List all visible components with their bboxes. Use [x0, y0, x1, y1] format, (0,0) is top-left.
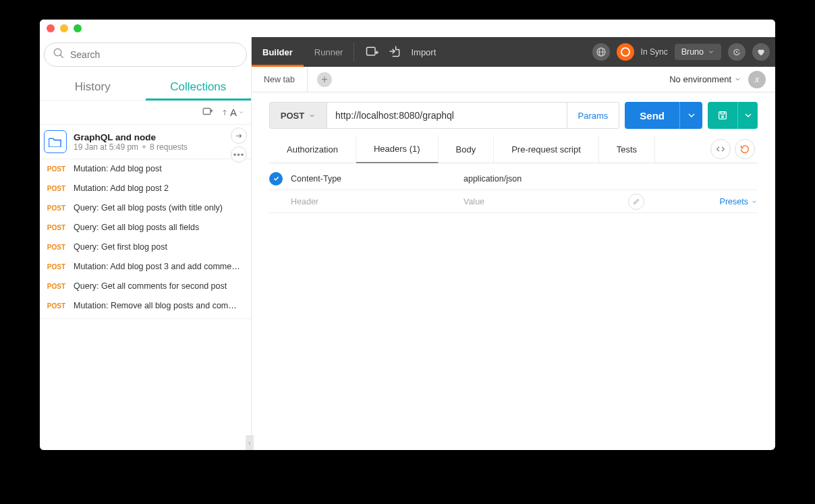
collection-meta: 19 Jan at 5:49 pm 8 requests: [74, 142, 188, 152]
request-label: Query: Get all blog posts all fields: [74, 223, 246, 232]
presets-button[interactable]: Presets: [720, 197, 758, 206]
method-badge: POST: [45, 204, 65, 212]
request-item[interactable]: POSTQuery: Get all comments for second p…: [40, 277, 251, 296]
environment-variables-button[interactable]: x: [748, 71, 766, 88]
collections-toolbar: A: [40, 101, 251, 125]
request-item[interactable]: POSTMutation: Remove all blog posts and …: [40, 296, 251, 316]
params-button[interactable]: Params: [567, 102, 620, 129]
svg-point-0: [54, 49, 61, 56]
subtab-authorization[interactable]: Authorization: [269, 136, 356, 163]
topbar: Builder Runner Import: [252, 37, 775, 67]
url-input[interactable]: [327, 102, 567, 129]
subtab-body[interactable]: Body: [439, 136, 495, 163]
request-item[interactable]: POSTQuery: Get first blog post: [40, 237, 251, 257]
bulk-edit-button[interactable]: [628, 194, 644, 210]
code-snippet-button[interactable]: [710, 139, 731, 159]
request-tab-0[interactable]: New tab: [252, 67, 308, 92]
window-zoom-button[interactable]: [74, 24, 82, 32]
request-label: Query: Get all blog posts (with title on…: [74, 203, 246, 213]
request-tabstrip: New tab + No environment x: [252, 67, 775, 92]
collection-header[interactable]: GraphQL and node 19 Jan at 5:49 pm 8 req…: [40, 125, 251, 159]
request-label: Mutation: Add blog post 3 and add comme…: [74, 262, 246, 271]
request-subtabs: Authorization Headers (1) Body Pre-reque…: [269, 136, 758, 163]
app-window: History Collections A GraphQL and n: [40, 20, 775, 450]
sidebar: History Collections A GraphQL and n: [40, 37, 252, 450]
sidebar-tabs: History Collections: [40, 74, 251, 101]
collection-title: GraphQL and node: [74, 132, 188, 142]
sidebar-collapse-handle[interactable]: ‹: [246, 435, 254, 450]
search-field[interactable]: [44, 43, 247, 67]
svg-line-1: [60, 55, 63, 58]
svg-point-14: [736, 51, 737, 53]
svg-point-17: [722, 116, 724, 118]
headers-area: Content-Type application/json Header Val…: [252, 163, 775, 217]
request-item[interactable]: POSTQuery: Get all blog posts (with titl…: [40, 198, 251, 218]
subtab-tests[interactable]: Tests: [599, 136, 655, 163]
search-input[interactable]: [70, 49, 238, 60]
method-badge: POST: [45, 165, 65, 173]
method-badge: POST: [45, 263, 65, 271]
tab-history[interactable]: History: [40, 74, 146, 100]
svg-rect-16: [721, 112, 724, 114]
save-dropdown[interactable]: [737, 102, 758, 129]
sort-button[interactable]: A: [221, 107, 244, 118]
request-label: Query: Get all comments for second post: [74, 281, 246, 291]
request-item[interactable]: POSTMutation: Add blog post 2: [40, 179, 251, 198]
header-check-icon[interactable]: [269, 172, 283, 186]
reset-button[interactable]: [735, 139, 755, 159]
header-row-0[interactable]: Content-Type application/json: [269, 167, 758, 190]
header-value[interactable]: application/json: [463, 174, 625, 184]
request-label: Mutation: Add blog post: [74, 164, 246, 173]
request-label: Mutation: Add blog post 2: [74, 184, 246, 193]
window-minimize-button[interactable]: [60, 24, 68, 32]
header-key[interactable]: Content-Type: [291, 174, 463, 184]
collection-more-button[interactable]: •••: [231, 146, 247, 163]
new-collection-icon[interactable]: [202, 105, 214, 120]
method-dropdown[interactable]: POST: [269, 102, 327, 129]
subtab-prerequest[interactable]: Pre-request script: [494, 136, 599, 163]
favorite-button[interactable]: [752, 43, 770, 61]
environment-selector[interactable]: No environment: [669, 74, 741, 84]
request-label: Query: Get first blog post: [74, 242, 246, 252]
expand-collection-button[interactable]: [231, 128, 247, 144]
method-badge: POST: [45, 244, 65, 251]
header-row-new[interactable]: Header Value Presets: [269, 190, 758, 213]
search-icon: [53, 47, 65, 62]
import-label[interactable]: Import: [411, 47, 436, 57]
method-badge: POST: [45, 185, 65, 192]
header-value-placeholder[interactable]: Value: [463, 197, 625, 206]
request-item[interactable]: POSTMutation: Add blog post 3 and add co…: [40, 257, 251, 277]
request-item[interactable]: POSTMutation: Add blog post: [40, 159, 251, 179]
import-icon[interactable]: [388, 45, 401, 60]
request-list: POSTMutation: Add blog postPOSTMutation:…: [40, 159, 251, 450]
titlebar: [40, 20, 775, 37]
tab-builder[interactable]: Builder: [252, 37, 304, 67]
request-item[interactable]: POSTQuery: Get all blog posts all fields: [40, 218, 251, 237]
send-dropdown[interactable]: [679, 102, 702, 129]
subtab-headers[interactable]: Headers (1): [356, 136, 439, 163]
main-panel: ‹ Builder Runner Import: [252, 37, 775, 450]
method-badge: POST: [45, 224, 65, 231]
tab-runner[interactable]: Runner: [304, 37, 354, 67]
send-button[interactable]: Send: [625, 102, 679, 129]
settings-button[interactable]: [728, 43, 746, 61]
sync-status-text: In Sync: [641, 47, 668, 57]
method-badge: POST: [45, 302, 65, 310]
request-row: POST Params Send: [252, 92, 775, 136]
new-request-icon[interactable]: [365, 45, 378, 60]
window-close-button[interactable]: [47, 24, 55, 32]
tab-collections[interactable]: Collections: [146, 74, 252, 100]
add-tab-button[interactable]: +: [317, 72, 332, 87]
request-label: Mutation: Remove all blog posts and com…: [74, 301, 246, 310]
header-key-placeholder[interactable]: Header: [291, 197, 463, 206]
sync-status-icon[interactable]: [617, 43, 634, 61]
save-button[interactable]: [708, 102, 737, 129]
folder-icon: [44, 130, 67, 153]
sync-globe-icon[interactable]: [592, 43, 610, 61]
svg-rect-7: [367, 47, 376, 55]
method-badge: POST: [45, 283, 65, 290]
user-menu[interactable]: Bruno: [675, 44, 721, 60]
svg-rect-2: [203, 108, 210, 114]
